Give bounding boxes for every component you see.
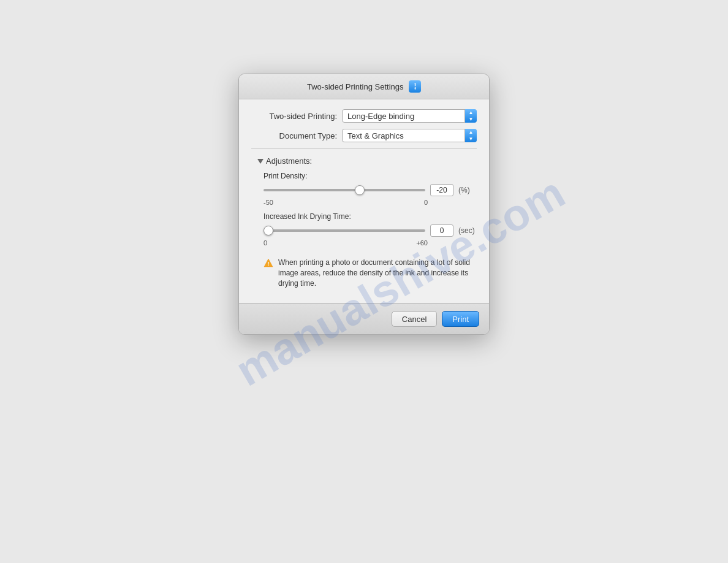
ink-drying-value[interactable]: 0	[430, 224, 453, 237]
document-type-label: Document Type:	[251, 131, 337, 140]
print-dialog: Two-sided Printing Settings Two-sided Pr…	[238, 74, 490, 335]
ink-drying-slider-row: 0 (sec)	[257, 224, 477, 237]
dialog-body: Two-sided Printing: Long-Edge binding Do…	[239, 99, 489, 303]
adjustments-section: Adjustments: Print Density: -20 (%) -50 …	[251, 156, 477, 293]
ink-drying-max: +60	[416, 239, 428, 247]
document-type-select[interactable]: Text & Graphics	[342, 129, 477, 142]
two-sided-stepper[interactable]	[464, 109, 477, 123]
ink-drying-slider[interactable]	[264, 229, 425, 232]
ink-drying-ticks: 0 +60	[257, 239, 477, 247]
document-type-stepper[interactable]	[464, 129, 477, 142]
warning-box: ! When printing a photo or document cont…	[257, 253, 477, 293]
doc-stepper-down-icon[interactable]	[465, 136, 477, 142]
triangle-icon	[257, 159, 264, 164]
print-density-min: -50	[264, 199, 273, 206]
two-sided-printing-row: Two-sided Printing: Long-Edge binding	[251, 109, 477, 123]
document-type-select-wrapper[interactable]: Text & Graphics	[342, 129, 477, 142]
document-type-row: Document Type: Text & Graphics	[251, 129, 477, 142]
doc-stepper-up-icon[interactable]	[465, 129, 477, 136]
print-density-slider[interactable]	[264, 189, 425, 191]
warning-icon: !	[264, 258, 273, 268]
cancel-button[interactable]: Cancel	[392, 311, 437, 327]
dialog-header: Two-sided Printing Settings	[239, 74, 489, 99]
panel-stepper-icon[interactable]	[409, 80, 421, 93]
warning-text: When printing a photo or document contai…	[278, 258, 471, 288]
print-density-label: Print Density:	[257, 172, 477, 180]
two-sided-select-wrapper[interactable]: Long-Edge binding	[342, 109, 477, 123]
adjustments-label: Adjustments:	[266, 156, 312, 166]
print-density-slider-row: -20 (%)	[257, 184, 477, 196]
adjustments-header: Adjustments:	[257, 156, 477, 166]
ink-drying-min: 0	[264, 239, 267, 247]
print-density-ticks: -50 0	[257, 199, 477, 206]
print-button[interactable]: Print	[442, 311, 479, 327]
divider	[251, 148, 477, 149]
ink-drying-label: Increased Ink Drying Time:	[257, 212, 477, 221]
ink-drying-unit: (sec)	[458, 226, 477, 235]
dialog-footer: Cancel Print	[239, 303, 489, 334]
panel-selector[interactable]: Two-sided Printing Settings	[307, 82, 406, 91]
stepper-up-icon[interactable]	[465, 109, 477, 116]
print-density-value[interactable]: -20	[430, 184, 453, 196]
header-dropdown-wrapper[interactable]: Two-sided Printing Settings	[307, 80, 421, 93]
svg-text:!: !	[268, 261, 270, 267]
print-density-max: 0	[424, 199, 428, 206]
two-sided-printing-label: Two-sided Printing:	[251, 112, 337, 121]
two-sided-select[interactable]: Long-Edge binding	[342, 109, 477, 123]
print-density-unit: (%)	[458, 186, 477, 194]
stepper-down-icon[interactable]	[465, 116, 477, 123]
